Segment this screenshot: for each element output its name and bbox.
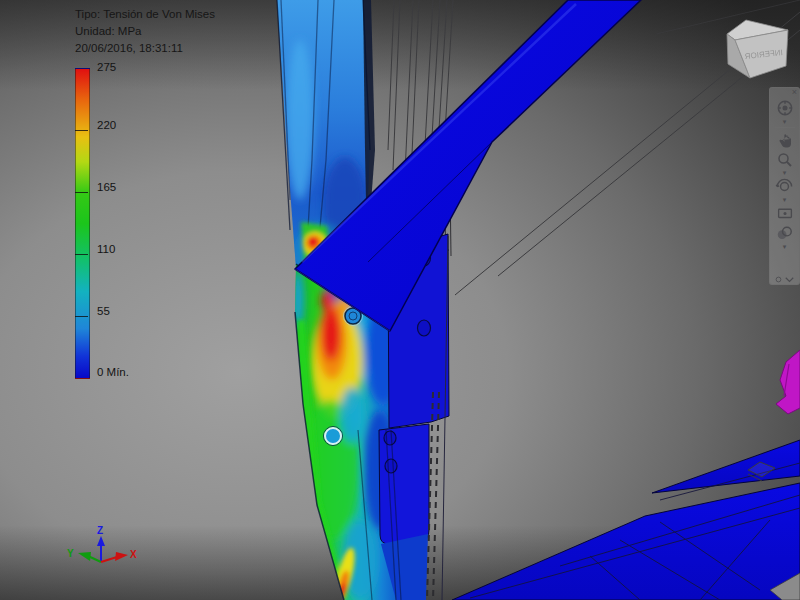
- result-type-label: Tipo: Tensión de Von Mises: [75, 6, 215, 23]
- chevron-down-icon[interactable]: ▾: [783, 197, 787, 203]
- stress-color-legend: 275 220 165 110 55 0 Mín.: [75, 60, 155, 390]
- navigation-bar: × ▾ ▾ ▾ ▾: [769, 87, 800, 285]
- legend-label-min: 0 Mín.: [97, 366, 129, 378]
- legend-tick: [75, 254, 88, 255]
- legend-label: 220: [97, 119, 116, 131]
- navbar-divider: [775, 127, 795, 128]
- triad-z-label: Z: [97, 525, 103, 536]
- zoom-magnifier-icon[interactable]: [774, 151, 796, 169]
- result-unit-label: Unidad: MPa: [75, 23, 215, 40]
- result-timestamp: 20/06/2016, 18:31:11: [75, 40, 215, 57]
- legend-tick: [75, 192, 88, 193]
- steering-wheel-icon[interactable]: [774, 98, 796, 118]
- pan-hand-icon[interactable]: [774, 131, 796, 149]
- legend-label: 110: [97, 243, 115, 255]
- chevron-down-icon[interactable]: ▾: [783, 170, 787, 176]
- legend-tick: [75, 316, 88, 317]
- visual-style-icon[interactable]: [774, 224, 796, 243]
- fea-results-viewport[interactable]: INFERIOR Z Y X Tipo: Tensión de Von Mise…: [0, 0, 800, 600]
- result-annotation: Tipo: Tensión de Von Mises Unidad: MPa 2…: [75, 6, 215, 57]
- triad-y-label: Y: [67, 548, 74, 559]
- legend-label: 55: [97, 305, 110, 317]
- look-at-icon[interactable]: [774, 204, 796, 222]
- navbar-close-button[interactable]: ×: [792, 88, 797, 97]
- navbar-expand-icon[interactable]: [785, 277, 794, 283]
- navbar-options-icon[interactable]: [775, 276, 782, 283]
- legend-tick: [75, 130, 88, 131]
- triad-x-label: X: [130, 549, 137, 560]
- legend-gradient-bar: [75, 68, 90, 379]
- legend-label-max: 275: [97, 61, 116, 73]
- free-orbit-icon[interactable]: [774, 177, 796, 196]
- chevron-down-icon[interactable]: ▾: [783, 119, 787, 125]
- chevron-down-icon[interactable]: ▾: [783, 244, 787, 250]
- legend-label: 165: [97, 181, 116, 193]
